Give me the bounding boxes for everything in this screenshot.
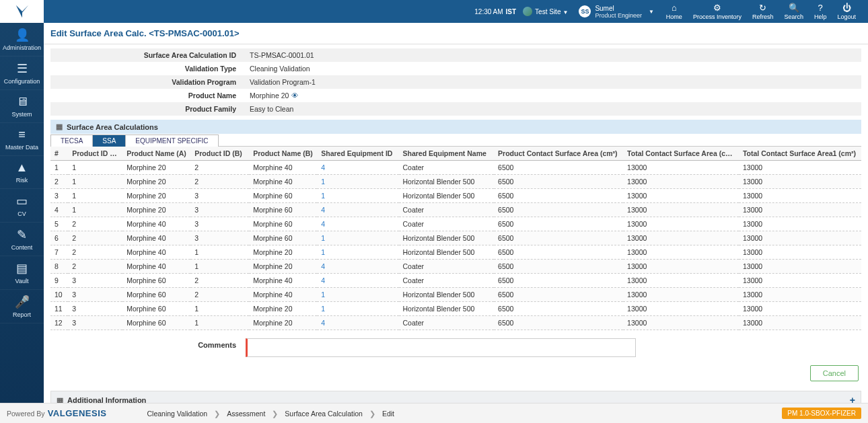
table-row[interactable]: 82Morphine 401Morphine 204Coater65001300…: [50, 260, 861, 274]
refresh-button[interactable]: ↻Refresh: [752, 3, 774, 20]
additional-information-panel[interactable]: ▦Additional Information +: [50, 391, 861, 403]
home-button[interactable]: ⌂Home: [666, 3, 682, 20]
column-header[interactable]: Product ID (A): [68, 147, 122, 161]
table-cell: 4: [317, 260, 398, 274]
process-inventory-button[interactable]: ⚙Process Inventory: [693, 3, 742, 20]
column-header[interactable]: Total Contact Surface Area1 (cm²): [739, 147, 861, 161]
column-header[interactable]: Product Name (B): [249, 147, 317, 161]
table-cell: 1: [50, 161, 68, 175]
table-cell: Morphine 20: [249, 302, 317, 316]
sidebar-item-label: Report: [13, 311, 31, 318]
table-row[interactable]: 103Morphine 602Morphine 401Horizontal Bl…: [50, 288, 861, 302]
search-button[interactable]: 🔍Search: [784, 3, 803, 20]
table-cell: Morphine 60: [122, 288, 190, 302]
sidebar-item-label: Master Data: [5, 144, 38, 151]
brand-logo[interactable]: [0, 0, 44, 23]
section-surface-area-calcs: ▦ Surface Area Calculations: [50, 120, 861, 134]
view-icon[interactable]: 👁: [291, 91, 299, 100]
column-header[interactable]: Total Contact Surface Area (cm²): [623, 147, 739, 161]
breadcrumb-item[interactable]: Cleaning Validation: [147, 410, 207, 418]
clock-timezone: IST: [506, 8, 517, 15]
sidebar-item-report[interactable]: 🎤Report: [0, 290, 44, 323]
table-row[interactable]: 21Morphine 202Morphine 401Horizontal Ble…: [50, 175, 861, 189]
sidebar-item-label: Administration: [3, 44, 41, 51]
site-selector[interactable]: Test Site▼: [535, 8, 568, 15]
help-icon: ?: [818, 3, 823, 13]
breadcrumb-item[interactable]: Surface Area Calculation: [285, 410, 363, 418]
user-menu[interactable]: SS Sumel Product Engineer ▼: [575, 5, 653, 19]
equipment-id-link[interactable]: 4: [321, 262, 325, 270]
breadcrumb-item[interactable]: Assessment: [227, 410, 265, 418]
table-cell: 1: [317, 175, 398, 189]
sidebar-item-system[interactable]: 🖥System: [0, 90, 44, 123]
equipment-id-link[interactable]: 4: [321, 220, 325, 228]
sidebar-item-risk[interactable]: ▲Risk: [0, 156, 44, 189]
database-icon: ≡: [18, 128, 26, 142]
table-cell: 6500: [494, 274, 623, 288]
equipment-id-link[interactable]: 1: [321, 192, 325, 200]
equipment-id-link[interactable]: 1: [321, 248, 325, 256]
nav-label: Home: [666, 13, 682, 20]
table-cell: Horizontal Blender 500: [399, 288, 495, 302]
table-cell: 3: [68, 302, 122, 316]
column-header[interactable]: #: [50, 147, 68, 161]
details-value: Validation Program-1: [246, 78, 316, 86]
document-icon: ▭: [16, 194, 28, 208]
table-cell: 7: [50, 245, 68, 260]
sidebar-item-configuration[interactable]: ☰Configuration: [0, 56, 44, 90]
table-row[interactable]: 72Morphine 401Morphine 201Horizontal Ble…: [50, 245, 861, 260]
column-header[interactable]: Product ID (B): [190, 147, 249, 161]
sidebar-item-master-data[interactable]: ≡Master Data: [0, 123, 44, 156]
sidebar-item-vault[interactable]: ▤Vault: [0, 256, 44, 290]
equipment-id-link[interactable]: 4: [321, 319, 325, 327]
tab-tecsa[interactable]: TECSA: [50, 134, 93, 147]
tab-ssa[interactable]: SSA: [92, 134, 126, 147]
sidebar-item-cv[interactable]: ▭CV: [0, 189, 44, 223]
table-row[interactable]: 62Morphine 403Morphine 601Horizontal Ble…: [50, 231, 861, 245]
table-cell: 5: [50, 217, 68, 231]
equipment-id-link[interactable]: 1: [321, 291, 325, 299]
table-cell: Morphine 40: [249, 175, 317, 189]
expand-icon[interactable]: +: [850, 395, 855, 403]
table-row[interactable]: 41Morphine 203Morphine 604Coater65001300…: [50, 203, 861, 217]
details-label: Validation Type: [50, 65, 246, 73]
table-cell: 2: [190, 161, 249, 175]
grip-icon: ▦: [57, 396, 63, 403]
equipment-id-link[interactable]: 1: [321, 305, 325, 313]
sidebar-item-content[interactable]: ✎Content: [0, 223, 44, 256]
logout-button[interactable]: ⏻Logout: [837, 3, 856, 20]
details-label: Surface Area Calculation ID: [50, 51, 246, 59]
breadcrumb-item[interactable]: Edit: [382, 410, 394, 418]
table-row[interactable]: 123Morphine 601Morphine 204Coater6500130…: [50, 316, 861, 330]
equipment-id-link[interactable]: 4: [321, 206, 325, 214]
equipment-id-link[interactable]: 4: [321, 276, 325, 284]
table-row[interactable]: 31Morphine 203Morphine 601Horizontal Ble…: [50, 189, 861, 203]
table-row[interactable]: 52Morphine 403Morphine 604Coater65001300…: [50, 217, 861, 231]
tab-equipment-specific[interactable]: EQUIPMENT SPECIFIC: [125, 134, 218, 147]
column-header[interactable]: Shared Equipment ID: [317, 147, 398, 161]
help-button[interactable]: ?Help: [814, 3, 827, 20]
column-header[interactable]: Product Name (A): [122, 147, 190, 161]
cancel-button[interactable]: Cancel: [810, 365, 859, 381]
column-header[interactable]: Shared Equipment Name: [399, 147, 495, 161]
equipment-id-link[interactable]: 1: [321, 234, 325, 242]
equipment-id-link[interactable]: 4: [321, 163, 325, 171]
details-value: Morphine 20👁: [246, 91, 299, 100]
table-row[interactable]: 11Morphine 202Morphine 404Coater65001300…: [50, 161, 861, 175]
sidebar-item-administration[interactable]: 👤Administration: [0, 23, 44, 56]
globe-icon: [523, 7, 532, 16]
table-cell: 13000: [623, 175, 739, 189]
table-row[interactable]: 93Morphine 602Morphine 404Coater65001300…: [50, 274, 861, 288]
button-bar: Cancel: [53, 365, 859, 381]
mic-icon: 🎤: [15, 295, 30, 309]
sidebar-item-label: System: [11, 111, 32, 118]
equipment-id-link[interactable]: 1: [321, 178, 325, 186]
chevron-right-icon: ❯: [369, 410, 375, 418]
table-cell: 3: [190, 231, 249, 245]
table-cell: 3: [190, 189, 249, 203]
comments-input[interactable]: [246, 338, 636, 357]
column-header[interactable]: Product Contact Surface Area (cm²): [494, 147, 623, 161]
table-cell: Coater: [399, 260, 495, 274]
table-row[interactable]: 113Morphine 601Morphine 201Horizontal Bl…: [50, 302, 861, 316]
user-name: Sumel: [595, 5, 642, 12]
